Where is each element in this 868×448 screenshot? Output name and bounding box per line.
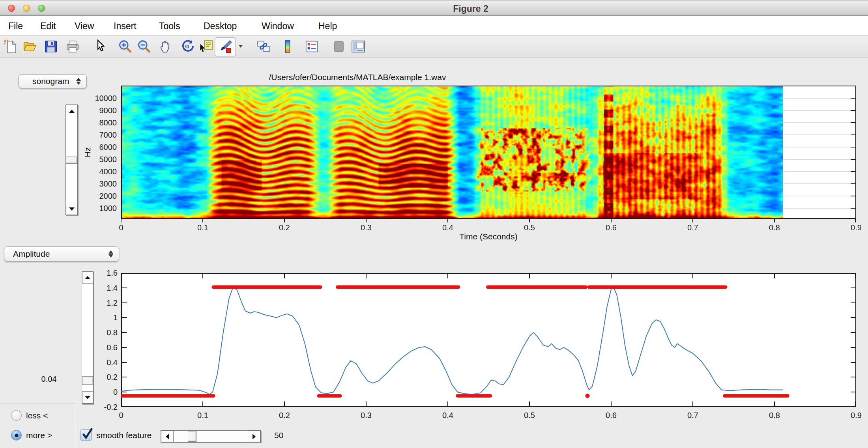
link-plot-icon[interactable] [256,39,271,54]
tick-label: 0.2 [279,411,290,420]
tick-label: 0.1 [197,223,208,232]
triangle-up-icon [69,110,75,113]
tick-label: 4000 [99,167,117,176]
rotate-3d-icon[interactable] [180,39,195,54]
new-figure-icon[interactable] [3,39,18,54]
tick-label: 0.8 [107,328,118,337]
tick-label: 1.2 [107,298,118,307]
save-figure-icon[interactable] [43,39,58,54]
tick-label: 0.3 [361,411,372,420]
menu-item-edit[interactable]: Edit [40,21,56,32]
tick-label: 0.5 [524,223,535,232]
popup-arrows-icon [108,250,113,258]
brush-data-icon[interactable] [217,39,232,54]
tick-label: 10000 [95,94,117,103]
tick-label: 1000 [99,204,117,213]
minimize-button[interactable] [23,5,30,12]
tick-label: 0.6 [107,343,118,352]
tick-label: 0.4 [107,358,118,367]
print-figure-icon[interactable] [65,39,80,54]
tick-label: 0.7 [687,223,698,232]
brush-dropdown-icon[interactable] [239,45,243,48]
tick-label: -0.2 [104,403,118,412]
menu-item-tools[interactable]: Tools [159,21,180,32]
tick-label: 0.9 [851,411,862,420]
feature-selector-value: Amplitude [13,249,50,259]
insert-colorbar-icon[interactable] [280,39,295,54]
sonogram-plot [121,86,856,224]
window-title: Figure 2 [453,4,488,14]
zoom-out-icon[interactable] [137,39,152,54]
tick-label: 0.3 [361,223,372,232]
menu-item-desktop[interactable]: Desktop [204,21,237,32]
slider-right-button[interactable] [248,431,260,442]
tick-label: 0 [119,411,123,420]
checkmark-icon [80,426,95,442]
popup-arrows-icon [76,77,81,86]
tick-label: 6000 [99,143,117,152]
titlebar[interactable]: Figure 2 [0,0,868,16]
slider-thumb[interactable] [66,157,77,164]
sonogram-title: /Users/ofer/Documents/MATLAB/example 1.w… [269,73,446,82]
slider-thumb[interactable] [188,431,196,442]
slider-left-button[interactable] [161,431,174,442]
tick-label: 0.4 [442,411,453,420]
pan-icon[interactable] [158,39,173,54]
panel-border [75,403,76,448]
open-file-icon[interactable] [22,39,37,54]
view-selector-value: sonogram [32,77,69,86]
tick-label: 0.4 [442,223,453,232]
zoom-in-icon[interactable] [118,39,133,54]
slider-down-button[interactable] [66,203,77,215]
tick-label: 0.6 [606,411,617,420]
less-radio[interactable] [11,410,22,421]
tick-label: 1 [113,313,118,322]
amplitude-plot [121,273,856,407]
more-radio-label: more > [26,431,52,440]
matlab-figure-window: { "window": {"title": "Figure 2"}, "menu… [0,0,868,448]
menu-item-window[interactable]: Window [262,21,294,32]
tick-label: 1.4 [107,283,118,292]
triangle-right-icon [253,434,256,439]
feature-selector-dropdown[interactable]: Amplitude [4,246,119,261]
tick-label: 5000 [99,155,117,164]
smooth-amount-slider[interactable] [161,430,261,442]
threshold-slider[interactable] [82,271,94,404]
edit-plot-icon[interactable] [94,39,108,54]
menu-item-help[interactable]: Help [318,21,337,32]
more-radio[interactable] [11,430,22,441]
x-axis-title: Time (Seconds) [459,232,517,241]
view-selector-dropdown[interactable]: sonogram [19,74,87,88]
spectrogram-scale-slider[interactable] [65,105,78,215]
zoom-button[interactable] [38,5,45,12]
panel-border [0,403,75,404]
slider-up-button[interactable] [66,105,77,117]
tick-label: 0.6 [606,223,617,232]
insert-legend-icon[interactable] [304,39,319,54]
data-cursor-icon[interactable] [199,39,214,54]
tick-label: 7000 [99,131,117,140]
menu-item-file[interactable]: File [8,21,23,32]
slider-up-button[interactable] [82,271,93,284]
smooth-amount-value: 50 [274,431,283,440]
hide-plot-tools-icon[interactable] [331,39,346,54]
tick-label: 0 [113,388,118,397]
tick-label: 0.9 [851,223,862,232]
triangle-left-icon [166,434,169,439]
menu-item-view[interactable]: View [75,21,94,32]
tick-label: 3000 [99,179,117,189]
tick-label: 0.2 [279,223,290,232]
show-plot-tools-icon[interactable] [351,39,366,54]
tick-label: 0.1 [197,411,208,420]
triangle-up-icon [85,276,90,279]
threshold-value-label: 0.04 [41,375,57,384]
triangle-down-icon [85,396,90,399]
y-axis-title: Hz [83,147,92,157]
smooth-feature-checkbox[interactable] [80,429,92,441]
tick-label: 0 [119,223,123,232]
menu-item-insert[interactable]: Insert [114,21,137,32]
slider-thumb[interactable] [82,376,93,385]
tick-label: 0.5 [524,411,535,420]
slider-down-button[interactable] [82,391,93,403]
close-button[interactable] [8,5,15,12]
